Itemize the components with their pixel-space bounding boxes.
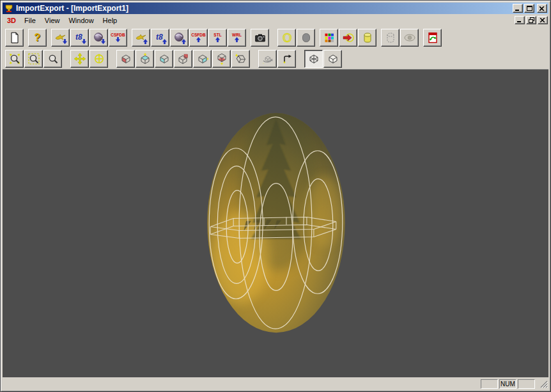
num-indicator: NUM	[501, 380, 515, 388]
delete-object-button[interactable]	[381, 29, 400, 47]
close-icon	[539, 6, 545, 11]
eye-icon	[403, 31, 416, 44]
view-front-icon	[120, 52, 132, 65]
viewport-3d[interactable]	[3, 69, 548, 377]
zoom-window-icon	[27, 52, 40, 65]
app-icon	[4, 4, 14, 13]
cylinder-icon	[361, 31, 374, 44]
minimize-button[interactable]	[513, 4, 523, 13]
material-button[interactable]	[339, 29, 357, 47]
status-pane-num: NUM	[499, 379, 516, 389]
export-up-arrow-icon	[181, 39, 187, 45]
stl-label: STL	[213, 33, 221, 37]
wireframe-display-button[interactable]	[277, 29, 296, 47]
shading-display-button[interactable]	[297, 29, 315, 47]
global-pan-button[interactable]	[89, 50, 108, 68]
export-brep-button[interactable]	[132, 29, 150, 47]
zoom-window-button[interactable]	[24, 50, 43, 68]
hide-object-button[interactable]	[400, 29, 419, 47]
dynamic-zoom-button[interactable]	[43, 50, 62, 68]
status-pane-cap	[481, 379, 498, 389]
import-iges-button[interactable]: t8	[70, 29, 89, 47]
screenshot-button[interactable]	[251, 29, 269, 47]
shaded-sphere-icon	[300, 31, 313, 44]
mdi-close-icon	[540, 18, 545, 22]
view-right-button[interactable]	[193, 50, 212, 68]
mdi-minimize-icon	[517, 18, 522, 22]
export-up-arrow-icon	[234, 37, 240, 43]
export-stl-button[interactable]: STL	[208, 29, 227, 47]
rotate-button[interactable]	[258, 50, 277, 68]
hidden-line-on-button[interactable]	[323, 50, 342, 68]
view-left-button[interactable]	[155, 50, 173, 68]
status-pane-scrl	[518, 379, 535, 389]
toolbar-view	[3, 48, 548, 69]
material-arrow-icon	[342, 31, 355, 44]
view-front-button[interactable]	[116, 50, 135, 68]
titlebar[interactable]: ImportExport - [ImportExport1]	[3, 3, 548, 14]
view-top-icon	[139, 52, 151, 65]
color-button[interactable]	[320, 29, 338, 47]
import-down-arrow-icon	[62, 39, 68, 45]
fit-all-button[interactable]	[5, 50, 24, 68]
help-button[interactable]: ?	[28, 29, 47, 47]
menu-help[interactable]: Help	[98, 15, 122, 26]
menubar: 3D File View Window Help	[3, 14, 548, 26]
view-left-icon	[158, 52, 171, 65]
import-down-arrow-icon	[81, 39, 87, 45]
view-axo-button[interactable]	[231, 50, 250, 68]
dotted-cylinder-icon	[384, 31, 397, 44]
zoom-icon	[47, 52, 59, 65]
wireframe-cube-icon	[307, 52, 320, 65]
new-document-button[interactable]	[5, 29, 24, 47]
menu-view[interactable]: View	[40, 15, 65, 26]
view-back-icon	[177, 52, 190, 65]
app-window: ImportExport - [ImportExport1] 3D File V…	[0, 0, 551, 392]
reset-view-button[interactable]	[277, 50, 296, 68]
new-document-icon	[8, 31, 21, 44]
recycle-delete-icon	[426, 31, 439, 44]
menu-window[interactable]: Window	[64, 15, 98, 26]
maximize-button[interactable]	[524, 4, 534, 13]
csfdb-label: CSFDB	[111, 33, 125, 37]
export-up-arrow-icon	[143, 39, 148, 45]
view-right-icon	[196, 52, 209, 65]
export-up-arrow-icon	[215, 37, 221, 43]
view-bottom-icon	[215, 52, 228, 65]
pan-button[interactable]	[70, 50, 89, 68]
rotate-icon	[261, 52, 274, 65]
reset-view-icon	[281, 52, 293, 65]
scene-3d-ellipsoid	[3, 70, 548, 377]
resize-grip[interactable]	[539, 379, 548, 389]
help-icon: ?	[35, 32, 41, 43]
minimize-icon	[515, 6, 520, 11]
import-brep-button[interactable]	[51, 29, 70, 47]
toolbar-file-formats: ? t8 CS	[3, 26, 548, 48]
mdi-restore-button[interactable]	[526, 16, 536, 24]
view-top-button[interactable]	[136, 50, 154, 68]
export-csfdb-button[interactable]: CSFDB	[189, 29, 208, 47]
wrl-label: WRL	[232, 33, 242, 37]
export-iges-button[interactable]: t8	[151, 29, 169, 47]
close-button[interactable]	[537, 4, 547, 13]
export-vrml-button[interactable]: WRL	[228, 29, 246, 47]
maximize-icon	[527, 6, 532, 11]
import-step-button[interactable]	[89, 29, 108, 47]
menu-3d[interactable]: 3D	[3, 15, 20, 26]
pan-cross-icon	[74, 52, 86, 65]
import-down-arrow-icon	[100, 39, 106, 45]
global-pan-icon	[93, 52, 105, 65]
export-up-arrow-icon	[162, 39, 167, 45]
import-csfdb-button[interactable]: CSFDB	[109, 29, 127, 47]
menu-file[interactable]: File	[20, 15, 40, 26]
view-bottom-button[interactable]	[212, 50, 231, 68]
hidden-line-off-button[interactable]	[304, 50, 323, 68]
erase-all-button[interactable]	[423, 29, 442, 47]
mdi-minimize-button[interactable]	[515, 16, 525, 24]
export-up-arrow-icon	[196, 37, 201, 43]
view-back-button[interactable]	[174, 50, 192, 68]
mdi-close-button[interactable]	[538, 16, 548, 24]
export-step-button[interactable]	[170, 29, 189, 47]
camera-icon	[254, 31, 267, 44]
transparency-button[interactable]	[358, 29, 376, 47]
